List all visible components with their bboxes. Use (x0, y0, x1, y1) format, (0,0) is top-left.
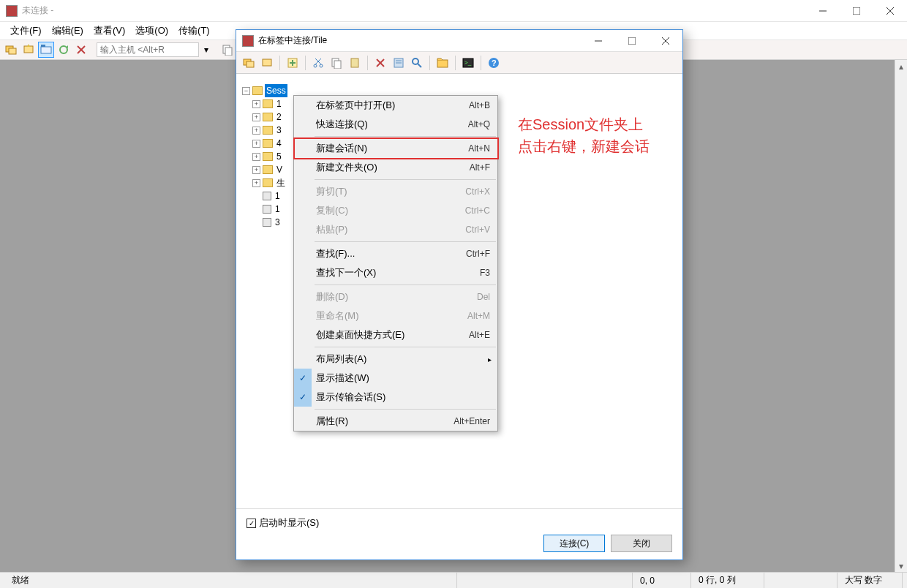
menu-item[interactable]: 布局列表(A)▸ (294, 350, 497, 369)
menu-item-label: 重命名(M) (316, 309, 467, 323)
menu-item[interactable]: 查找下一个(X)F3 (294, 263, 497, 282)
svg-text:?: ? (492, 59, 497, 67)
maximize-button[interactable] (840, 0, 873, 22)
host-dropdown[interactable]: ▾ (200, 42, 212, 57)
menu-item[interactable]: 查找(F)...Ctrl+F (294, 244, 497, 263)
menu-item[interactable]: 新建会话(N)Alt+N (294, 139, 497, 158)
toolbar-copy-icon[interactable] (219, 42, 236, 58)
folder-icon (263, 152, 273, 161)
svg-rect-1 (853, 7, 860, 15)
folder-icon (263, 126, 273, 135)
toolbar-reconnect-icon[interactable] (56, 42, 72, 58)
menu-item-label: 查找(F)... (316, 247, 466, 260)
menu-item[interactable]: 属性(R)Alt+Enter (294, 412, 497, 431)
svg-rect-21 (263, 59, 271, 66)
dlg-tb-help-icon[interactable]: ? (486, 55, 502, 71)
checkbox-icon[interactable]: ✓ (246, 519, 256, 528)
toolbar-connect-icon[interactable] (3, 42, 19, 58)
tree-label: 3 (275, 124, 283, 137)
tree-label: 3 (274, 216, 282, 229)
dialog-icon (242, 35, 254, 47)
dialog-title: 在标签中连接/Tile (258, 34, 582, 47)
menu-item[interactable]: 新建文件夹(O)Alt+F (294, 158, 497, 177)
menu-item[interactable]: ✓显示传输会话(S) (294, 388, 497, 407)
menu-item-label: 属性(R) (316, 415, 454, 428)
host-input[interactable] (97, 42, 199, 57)
session-icon (263, 218, 271, 227)
session-icon (263, 192, 271, 200)
checkbox-label: 启动时显示(S) (259, 516, 319, 529)
annotation-line1: 在Session文件夹上 (518, 113, 650, 135)
menu-options[interactable]: 选项(O) (131, 23, 173, 39)
annotation-line2: 点击右键，新建会话 (518, 135, 650, 157)
collapse-icon[interactable]: − (242, 87, 250, 95)
menu-shortcut: Alt+N (468, 143, 490, 154)
dlg-tb-quickconnect-icon[interactable] (259, 55, 275, 71)
scrollbar-vertical[interactable]: ▴ ▾ (895, 60, 907, 572)
dialog-close-button[interactable] (649, 30, 682, 52)
dlg-tb-terminal-icon[interactable]: >_ (460, 55, 476, 71)
expand-icon[interactable]: + (252, 166, 260, 174)
dlg-tb-find-icon[interactable] (409, 55, 425, 71)
menu-item[interactable]: 创建桌面快捷方式(E)Alt+E (294, 325, 497, 344)
expand-icon[interactable]: + (252, 113, 260, 121)
tree-label: V (275, 163, 284, 176)
menu-separator (315, 179, 496, 180)
close-dialog-button[interactable]: 关闭 (611, 535, 672, 552)
minimize-button[interactable] (806, 0, 840, 22)
menu-item: 粘贴(P)Ctrl+V (294, 220, 497, 239)
folder-icon (263, 113, 273, 121)
expand-icon[interactable]: + (252, 127, 260, 135)
dlg-tb-copy-icon[interactable] (328, 55, 345, 71)
menu-shortcut: Alt+B (469, 100, 490, 110)
expand-icon[interactable]: + (252, 179, 260, 187)
dialog-minimize-button[interactable] (582, 30, 615, 52)
expand-icon[interactable]: + (252, 140, 260, 148)
expand-icon[interactable]: + (252, 153, 260, 161)
menu-edit[interactable]: 编辑(E) (48, 23, 88, 39)
dlg-tb-newsession-icon[interactable] (285, 55, 301, 71)
close-button[interactable] (873, 0, 907, 22)
scroll-up-icon[interactable]: ▴ (895, 60, 907, 72)
menu-separator (315, 409, 496, 410)
menu-item[interactable]: 快速连接(Q)Alt+Q (294, 115, 497, 134)
menu-item[interactable]: 在标签页中打开(B)Alt+B (294, 96, 497, 115)
toolbar-disconnect-icon[interactable] (73, 42, 89, 58)
menu-item-label: 粘贴(P) (316, 223, 465, 236)
svg-rect-13 (225, 48, 232, 56)
folder-icon (252, 86, 263, 95)
svg-rect-5 (9, 48, 16, 54)
dlg-tb-properties-icon[interactable] (391, 55, 407, 71)
dlg-tb-paste-icon[interactable] (347, 55, 363, 71)
folder-icon (263, 99, 273, 108)
menu-file[interactable]: 文件(F) (6, 23, 46, 39)
menu-transfer[interactable]: 传输(T) (174, 23, 214, 39)
menu-view[interactable]: 查看(V) (89, 23, 129, 39)
toolbar-quickconnect-icon[interactable] (20, 42, 37, 58)
show-on-startup-checkbox[interactable]: ✓ 启动时显示(S) (246, 516, 672, 529)
dlg-tb-delete-icon[interactable] (372, 55, 388, 71)
expand-icon[interactable]: + (252, 100, 260, 108)
tree-label: 1 (275, 97, 283, 110)
dlg-tb-cut-icon[interactable] (310, 55, 326, 71)
status-ready: 就绪 (4, 573, 456, 588)
dlg-tb-connect-icon[interactable] (241, 55, 257, 71)
svg-point-26 (320, 64, 323, 67)
scroll-down-icon[interactable]: ▾ (895, 559, 907, 572)
folder-icon (263, 139, 273, 148)
toolbar-tab-connect-icon[interactable] (38, 42, 54, 58)
folder-icon (263, 178, 273, 187)
dlg-tb-newfolder-icon[interactable] (434, 55, 451, 71)
svg-rect-7 (41, 47, 51, 53)
menu-item: 删除(D)Del (294, 287, 497, 306)
menu-item-label: 删除(D) (316, 290, 477, 304)
connect-button[interactable]: 连接(C) (543, 535, 605, 552)
svg-text:>_: >_ (464, 59, 472, 66)
dialog-maximize-button[interactable] (615, 30, 649, 52)
menu-shortcut: Ctrl+F (466, 249, 490, 259)
menu-item[interactable]: ✓显示描述(W) (294, 369, 497, 388)
menu-item: 复制(C)Ctrl+C (294, 201, 497, 220)
svg-point-25 (314, 64, 317, 67)
menu-separator (315, 136, 496, 137)
menu-item-label: 布局列表(A) (316, 353, 490, 366)
